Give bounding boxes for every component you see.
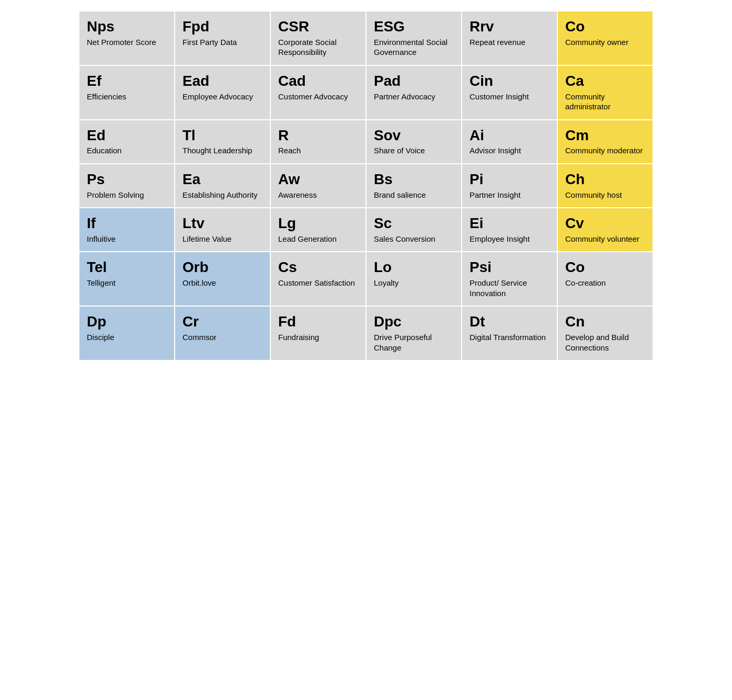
cell-label-3-5: Community host xyxy=(565,190,645,200)
cell-2-3: SovShare of Voice xyxy=(366,120,462,164)
cell-5-4: PsiProduct/ Service Innovation xyxy=(462,252,557,306)
cell-2-2: RReach xyxy=(270,120,366,164)
cell-abbr-6-5: Cn xyxy=(565,314,645,330)
cell-5-5: CoCo-creation xyxy=(557,252,653,306)
cell-6-1: CrCommsor xyxy=(175,306,270,360)
cell-label-3-1: Establishing Authority xyxy=(182,190,262,200)
cell-label-5-1: Orbit.love xyxy=(182,278,262,288)
cell-4-3: ScSales Conversion xyxy=(366,208,462,252)
cell-label-4-4: Employee Insight xyxy=(470,234,550,244)
cell-abbr-2-3: Sov xyxy=(374,128,454,144)
cell-label-2-1: Thought Leadership xyxy=(182,145,262,156)
cell-abbr-3-5: Ch xyxy=(565,172,645,188)
cell-abbr-5-2: Cs xyxy=(278,259,358,276)
cell-label-2-2: Reach xyxy=(278,145,358,156)
cell-abbr-3-3: Bs xyxy=(374,172,454,188)
cell-0-4: RrvRepeat revenue xyxy=(462,11,557,65)
cell-4-2: LgLead Generation xyxy=(270,208,366,252)
cell-6-5: CnDevelop and Build Connections xyxy=(557,306,653,360)
cell-abbr-2-2: R xyxy=(278,128,358,144)
cell-4-1: LtvLifetime Value xyxy=(175,208,270,252)
cell-label-1-3: Partner Advocacy xyxy=(374,92,454,102)
cell-label-6-0: Disciple xyxy=(87,332,167,343)
cell-abbr-5-1: Orb xyxy=(182,259,262,276)
cell-label-4-2: Lead Generation xyxy=(278,234,358,244)
main-grid: NpsNet Promoter ScoreFpdFirst Party Data… xyxy=(78,10,654,361)
cell-abbr-5-4: Psi xyxy=(470,259,550,276)
cell-abbr-6-3: Dpc xyxy=(374,314,454,330)
cell-abbr-1-4: Cin xyxy=(470,73,550,89)
cell-abbr-1-0: Ef xyxy=(87,73,167,89)
cell-3-4: PiPartner Insight xyxy=(462,164,557,208)
cell-label-3-3: Brand salience xyxy=(374,190,454,200)
cell-abbr-5-5: Co xyxy=(565,259,645,276)
cell-1-1: EadEmployee Advocacy xyxy=(175,65,270,120)
cell-label-0-3: Environmental Social Governance xyxy=(374,37,454,58)
cell-abbr-6-2: Fd xyxy=(278,314,358,330)
cell-3-0: PsProblem Solving xyxy=(79,164,175,208)
cell-0-3: ESGEnvironmental Social Governance xyxy=(366,11,462,65)
cell-label-5-5: Co-creation xyxy=(565,278,645,288)
cell-label-6-4: Digital Transformation xyxy=(470,332,550,343)
cell-label-2-4: Advisor Insight xyxy=(470,145,550,156)
cell-abbr-1-3: Pad xyxy=(374,73,454,89)
cell-abbr-5-3: Lo xyxy=(374,259,454,276)
cell-3-2: AwAwareness xyxy=(270,164,366,208)
cell-abbr-3-4: Pi xyxy=(470,172,550,188)
cell-5-3: LoLoyalty xyxy=(366,252,462,306)
cell-label-4-5: Community volunteer xyxy=(565,234,645,244)
cell-label-1-4: Customer Insight xyxy=(470,92,550,102)
cell-abbr-1-2: Cad xyxy=(278,73,358,89)
cell-label-5-3: Loyalty xyxy=(374,278,454,288)
cell-abbr-1-1: Ead xyxy=(182,73,262,89)
cell-6-4: DtDigital Transformation xyxy=(462,306,557,360)
cell-4-4: EiEmployee Insight xyxy=(462,208,557,252)
cell-1-4: CinCustomer Insight xyxy=(462,65,557,120)
cell-abbr-0-5: Co xyxy=(565,19,645,35)
cell-label-0-2: Corporate Social Responsibility xyxy=(278,37,358,58)
cell-6-2: FdFundraising xyxy=(270,306,366,360)
cell-6-0: DpDisciple xyxy=(79,306,175,360)
cell-4-0: IfInfluitive xyxy=(79,208,175,252)
cell-abbr-0-4: Rrv xyxy=(470,19,550,35)
cell-abbr-6-0: Dp xyxy=(87,314,167,330)
cell-4-5: CvCommunity volunteer xyxy=(557,208,653,252)
cell-abbr-6-4: Dt xyxy=(470,314,550,330)
cell-abbr-0-1: Fpd xyxy=(182,19,262,35)
cell-abbr-4-1: Ltv xyxy=(182,216,262,232)
cell-abbr-4-0: If xyxy=(87,216,167,232)
cell-2-1: TlThought Leadership xyxy=(175,120,270,164)
cell-label-5-2: Customer Satisfaction xyxy=(278,278,358,288)
cell-5-1: OrbOrbit.love xyxy=(175,252,270,306)
cell-label-3-2: Awareness xyxy=(278,190,358,200)
cell-abbr-4-5: Cv xyxy=(565,216,645,232)
cell-abbr-4-3: Sc xyxy=(374,216,454,232)
cell-abbr-4-2: Lg xyxy=(278,216,358,232)
cell-label-1-1: Employee Advocacy xyxy=(182,92,262,102)
cell-abbr-4-4: Ei xyxy=(470,216,550,232)
cell-abbr-3-2: Aw xyxy=(278,172,358,188)
cell-label-3-4: Partner Insight xyxy=(470,190,550,200)
cell-2-0: EdEducation xyxy=(79,120,175,164)
cell-abbr-0-2: CSR xyxy=(278,19,358,35)
cell-label-5-0: Telligent xyxy=(87,278,167,288)
cell-label-6-3: Drive Purposeful Change xyxy=(374,332,454,353)
cell-3-3: BsBrand salience xyxy=(366,164,462,208)
cell-label-0-0: Net Promoter Score xyxy=(87,37,167,48)
cell-abbr-0-0: Nps xyxy=(87,19,167,35)
cell-label-5-4: Product/ Service Innovation xyxy=(470,278,550,298)
cell-6-3: DpcDrive Purposeful Change xyxy=(366,306,462,360)
cell-label-6-2: Fundraising xyxy=(278,332,358,343)
cell-label-0-4: Repeat revenue xyxy=(470,37,550,48)
cell-label-6-1: Commsor xyxy=(182,332,262,343)
cell-abbr-2-0: Ed xyxy=(87,128,167,144)
cell-label-4-0: Influitive xyxy=(87,234,167,244)
cell-5-2: CsCustomer Satisfaction xyxy=(270,252,366,306)
cell-1-5: CaCommunity administrator xyxy=(557,65,653,120)
cell-0-1: FpdFirst Party Data xyxy=(175,11,270,65)
cell-abbr-2-4: Ai xyxy=(470,128,550,144)
cell-1-3: PadPartner Advocacy xyxy=(366,65,462,120)
cell-label-4-1: Lifetime Value xyxy=(182,234,262,244)
cell-label-2-0: Education xyxy=(87,145,167,156)
cell-1-0: EfEfficiencies xyxy=(79,65,175,120)
